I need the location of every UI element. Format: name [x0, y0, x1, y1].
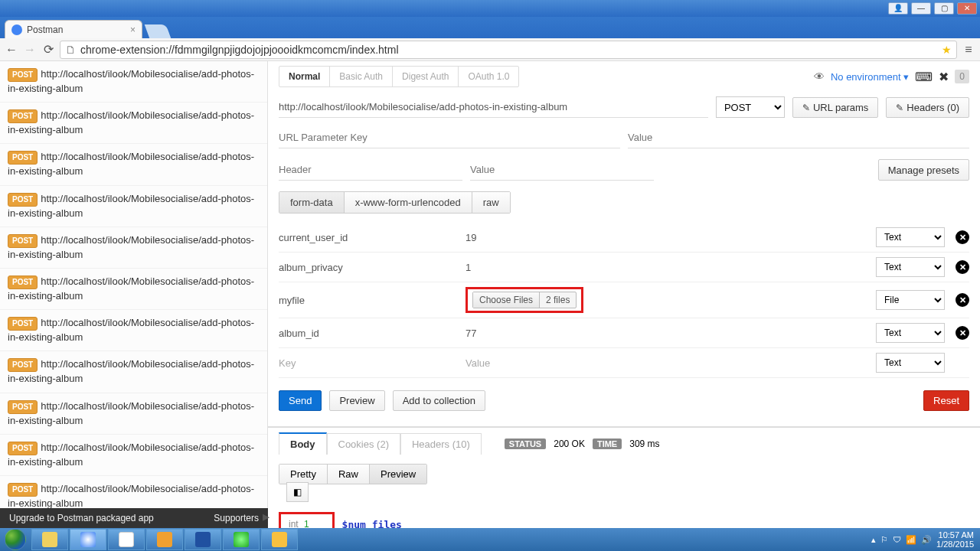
body-tab-x-www-form-urlencoded[interactable]: x-www-form-urlencoded: [345, 192, 472, 213]
history-item[interactable]: POSThttp://localhost/ilook/Mobilesociali…: [0, 186, 267, 227]
bookmark-star-icon[interactable]: ★: [942, 44, 952, 56]
auth-tab-oauth-1-0[interactable]: OAuth 1.0: [459, 67, 518, 86]
app-task-4[interactable]: [223, 529, 260, 550]
delete-row-icon[interactable]: ✕: [956, 293, 969, 307]
forward-icon[interactable]: →: [23, 43, 37, 57]
tab-close-icon[interactable]: ×: [130, 24, 136, 35]
history-item[interactable]: POSThttp://localhost/ilook/Mobilesociali…: [0, 351, 267, 393]
response-cookies-tab[interactable]: Cookies (2): [327, 433, 400, 455]
body-type-tabs: form-datax-www-form-urlencodedraw: [279, 191, 511, 214]
reload-icon[interactable]: ⟳: [41, 43, 55, 57]
add-collection-button[interactable]: Add to collection: [393, 390, 485, 411]
history-item[interactable]: POSThttp://localhost/ilook/Mobilesociali…: [0, 144, 267, 185]
auth-tab-basic-auth[interactable]: Basic Auth: [330, 67, 393, 86]
chrome-task[interactable]: [70, 529, 106, 550]
method-badge: POST: [8, 193, 38, 207]
history-item[interactable]: POSThttp://localhost/ilook/Mobilesociali…: [0, 227, 267, 269]
headers-button[interactable]: ✎Headers (0): [886, 97, 969, 118]
history-item[interactable]: POSThttp://localhost/ilook/Mobilesociali…: [0, 476, 267, 508]
system-tray[interactable]: ▴ ⚐ 🛡 📶 🔊 10:57 AM 1/28/2015: [865, 530, 980, 549]
body-tab-raw[interactable]: raw: [472, 192, 510, 213]
view-tab-pretty[interactable]: Pretty: [279, 465, 328, 484]
minimize-button[interactable]: —: [911, 2, 931, 15]
formdata-value[interactable]: 77: [466, 328, 865, 339]
formdata-type-select[interactable]: Text: [876, 323, 945, 343]
keyboard-icon[interactable]: ⌨: [915, 70, 933, 84]
response-headers-tab[interactable]: Headers (10): [400, 433, 482, 455]
formdata-type-select[interactable]: Text: [876, 353, 945, 373]
history-item[interactable]: POSThttp://localhost/ilook/Mobilesociali…: [0, 310, 267, 351]
reset-button[interactable]: Reset: [923, 390, 969, 411]
delete-row-icon[interactable]: ✕: [956, 326, 969, 340]
history-item[interactable]: POSThttp://localhost/ilook/Mobilesociali…: [0, 393, 267, 435]
header-key-input[interactable]: [279, 159, 462, 181]
address-bar[interactable]: 🗋 chrome-extension://fdmmgilgnpjigdojojp…: [60, 41, 957, 59]
delete-row-icon[interactable]: ✕: [956, 260, 969, 274]
method-badge: POST: [8, 400, 38, 414]
formdata-key[interactable]: album_privacy: [279, 262, 455, 273]
outlook-task[interactable]: [261, 529, 298, 550]
eye-icon[interactable]: 👁: [814, 70, 825, 83]
upgrade-link[interactable]: Upgrade to Postman packaged app: [9, 513, 154, 523]
explorer-task[interactable]: [31, 529, 68, 550]
view-tab-raw[interactable]: Raw: [328, 465, 370, 484]
header-value-input[interactable]: [470, 159, 654, 181]
app-task-3[interactable]: [185, 529, 221, 550]
method-badge: POST: [8, 276, 38, 289]
new-tab-button[interactable]: [145, 24, 172, 38]
manage-presets-button[interactable]: Manage presets: [878, 159, 969, 181]
formdata-key-input[interactable]: Key: [279, 357, 455, 369]
auth-tab-digest-auth[interactable]: Digest Auth: [393, 67, 459, 86]
auth-tab-normal[interactable]: Normal: [279, 67, 330, 86]
formdata-key[interactable]: current_user_id: [279, 232, 455, 243]
url-param-key-input[interactable]: [279, 127, 620, 148]
postman-favicon-icon: [11, 24, 22, 35]
history-item[interactable]: POSThttp://localhost/ilook/Mobilesociali…: [0, 61, 267, 103]
windows-taskbar: ▴ ⚐ 🛡 📶 🔊 10:57 AM 1/28/2015: [0, 528, 980, 551]
history-item[interactable]: POSThttp://localhost/ilook/Mobilesociali…: [0, 435, 267, 476]
request-url-input[interactable]: [279, 96, 708, 118]
chrome-menu-icon[interactable]: ≡: [962, 43, 975, 57]
formdata-type-select[interactable]: Text: [876, 227, 945, 247]
notifications-badge[interactable]: 0: [955, 70, 969, 83]
history-sidebar[interactable]: POSThttp://localhost/ilook/Mobilesociali…: [0, 61, 268, 508]
body-tab-form-data[interactable]: form-data: [279, 192, 345, 213]
formdata-row: current_user_id19Text✕: [279, 223, 969, 253]
environment-dropdown[interactable]: No environment ▾: [831, 71, 909, 83]
app-task-2[interactable]: [146, 529, 183, 550]
formdata-key[interactable]: album_id: [279, 328, 455, 339]
send-button[interactable]: Send: [279, 390, 322, 411]
formdata-value-input[interactable]: Value: [466, 357, 865, 369]
tray-shield-icon[interactable]: 🛡: [893, 535, 901, 544]
history-item[interactable]: POSThttp://localhost/ilook/Mobilesociali…: [0, 269, 267, 310]
fullscreen-icon[interactable]: ◧: [286, 482, 309, 502]
formdata-type-select[interactable]: Text: [876, 257, 945, 277]
maximize-button[interactable]: ▢: [934, 2, 954, 15]
tray-sound-icon[interactable]: 🔊: [921, 535, 932, 545]
tray-network-icon[interactable]: 📶: [906, 535, 916, 545]
start-button[interactable]: [0, 528, 31, 551]
url-param-value-input[interactable]: [628, 127, 969, 148]
view-tab-preview[interactable]: Preview: [370, 465, 426, 484]
close-button[interactable]: ✕: [957, 2, 977, 15]
response-body-tab[interactable]: Body: [279, 432, 327, 455]
preview-button[interactable]: Preview: [329, 390, 384, 411]
auth-tabs: NormalBasic AuthDigest AuthOAuth 1.0: [279, 66, 519, 87]
method-select[interactable]: POST: [716, 96, 785, 118]
supporters-link[interactable]: Supporters: [214, 513, 259, 523]
user-icon[interactable]: 👤: [888, 2, 908, 15]
history-item[interactable]: POSThttp://localhost/ilook/Mobilesociali…: [0, 103, 267, 144]
tray-up-icon[interactable]: ▴: [871, 535, 876, 545]
formdata-key[interactable]: myfile: [279, 295, 455, 306]
settings-icon[interactable]: ✖: [939, 70, 949, 84]
choose-files-button[interactable]: Choose Files2 files: [472, 292, 577, 308]
formdata-value[interactable]: 19: [466, 232, 865, 243]
back-icon[interactable]: ←: [5, 43, 18, 57]
formdata-type-select[interactable]: File: [876, 290, 945, 310]
formdata-value[interactable]: 1: [466, 262, 865, 273]
tray-flag-icon[interactable]: ⚐: [880, 535, 888, 545]
browser-tab[interactable]: Postman ×: [5, 20, 142, 38]
delete-row-icon[interactable]: ✕: [956, 230, 969, 244]
app-task-1[interactable]: [108, 529, 145, 550]
url-params-button[interactable]: ✎URL params: [792, 97, 878, 118]
